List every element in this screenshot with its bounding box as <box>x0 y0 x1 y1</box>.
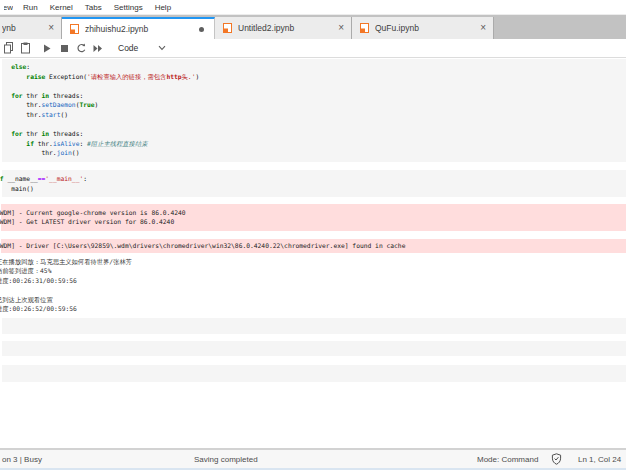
menu-item-help[interactable]: Help <box>149 3 177 12</box>
code-line: for thr in threads: <box>0 129 626 139</box>
tab-label: Untitled2.ipynb <box>238 23 338 33</box>
unsaved-changes-indicator[interactable] <box>199 27 204 32</box>
cell-output-stderr: [WDM] - Current google-chrome version is… <box>1 204 626 230</box>
tab-qufu-ipynb[interactable]: QuFu.ipynb× <box>352 17 494 39</box>
notebook-icon <box>352 23 369 33</box>
stop-button[interactable] <box>58 42 70 54</box>
code-cell-1[interactable]: else: raise Exception('请检查输入的链接，需包含http头… <box>2 59 626 162</box>
notebook-area: else: raise Exception('请检查输入的链接，需包含http头… <box>0 59 626 382</box>
trust-shield-icon[interactable] <box>551 453 562 467</box>
tab-close-icon[interactable]: × <box>338 23 344 33</box>
notebook-icon <box>62 24 79 34</box>
tab-close-icon[interactable]: × <box>480 23 486 33</box>
menu-item-tabs[interactable]: Tabs <box>79 3 108 12</box>
notebook-icon <box>215 23 232 33</box>
code-line: thr.start() <box>0 110 626 120</box>
tab-label: zhihuishu2.ipynb <box>85 24 199 34</box>
menu-item-settings[interactable]: Settings <box>108 3 149 12</box>
run-button[interactable] <box>41 42 53 54</box>
empty-code-cell[interactable] <box>2 365 626 382</box>
tab-close-icon[interactable]: × <box>48 23 54 33</box>
code-line <box>0 81 626 91</box>
tab-bar: ynb×zhihuishu2.ipynbUntitled2.ipynb×QuFu… <box>0 15 626 39</box>
mode-indicator[interactable]: Mode: Command <box>477 455 538 464</box>
code-line: else: <box>0 62 626 72</box>
code-line: raise Exception('请检查输入的链接，需包含http头.') <box>0 72 626 82</box>
cursor-position[interactable]: Ln 1, Col 24 <box>578 455 621 464</box>
code-line: if __name__=='__main__': <box>0 174 626 184</box>
tab-label: ynb <box>2 23 48 33</box>
code-line: if thr.isAlive: #阻止主线程直接结束 <box>0 139 626 149</box>
code-line <box>0 120 626 130</box>
code-line: main() <box>0 184 626 194</box>
fast-forward-button[interactable] <box>92 42 104 54</box>
tab-ynb[interactable]: ynb× <box>0 17 62 39</box>
save-status: Saving completed <box>194 455 258 464</box>
cell-type-dropdown[interactable]: Code <box>118 43 138 53</box>
status-bar: on 3 | Busy Saving completed Mode: Comma… <box>0 448 626 470</box>
tab-label: QuFu.ipynb <box>375 23 480 33</box>
code-line: for thr in threads: <box>0 91 626 101</box>
chevron-down-icon[interactable] <box>158 45 166 51</box>
notebook-toolbar: Code <box>0 39 626 58</box>
tab-zhihuishu2-ipynb[interactable]: zhihuishu2.ipynb <box>62 17 215 39</box>
menu-item-run[interactable]: Run <box>17 3 44 12</box>
code-line: thr.join() <box>0 148 626 158</box>
code-line: thr.setDaemon(True) <box>0 100 626 110</box>
menu-item-kernel[interactable]: Kernel <box>44 3 79 12</box>
cell-output-stdout: 正在播放回放：马克思主义如何看待世界/张林芳 当前签到进度：45% 进度:00:… <box>1 255 626 314</box>
jupyterlab-window: ViewRunKernelTabsSettingsHelp ynb×zhihui… <box>0 0 626 470</box>
code-cell-2[interactable]: if __name__=='__main__': main() <box>2 170 626 197</box>
menubar: ViewRunKernelTabsSettingsHelp <box>0 0 626 15</box>
restart-button[interactable] <box>75 42 87 54</box>
copy-button[interactable] <box>2 42 14 54</box>
empty-code-cell[interactable] <box>2 341 626 356</box>
tab-untitled2-ipynb[interactable]: Untitled2.ipynb× <box>215 17 352 39</box>
cell-output-stderr: [WDM] - Driver [C:\Users\92859\.wdm\driv… <box>1 239 626 253</box>
paste-button[interactable] <box>19 42 31 54</box>
status-bar-inner: on 3 | Busy Saving completed Mode: Comma… <box>0 450 626 468</box>
kernel-status[interactable]: on 3 | Busy <box>2 455 42 464</box>
empty-code-cell[interactable] <box>2 318 626 334</box>
menu-item-view[interactable]: View <box>4 3 13 12</box>
